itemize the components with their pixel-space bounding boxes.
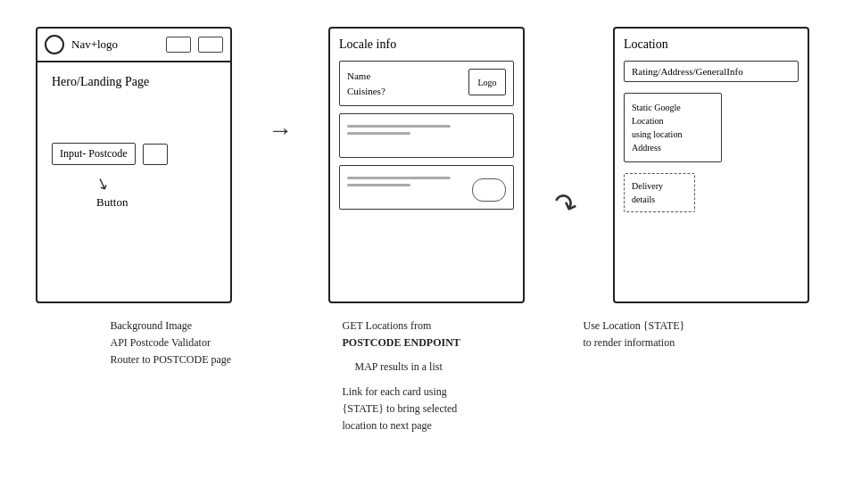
rating-box: Rating/Address/GeneralInfo: [624, 61, 799, 82]
locale-logo-label: Logo: [477, 78, 496, 87]
locale-name-text: Name Cuisines?: [347, 69, 461, 98]
canvas: Nav+logo Hero/Landing Page Input- Postco…: [0, 0, 845, 504]
note1-line2: API Postcode Validator: [111, 335, 325, 351]
navbar-logo-text: Nav+logo: [71, 37, 159, 52]
map-label: Static Google Location using location Ad…: [632, 103, 682, 153]
list-line-4: [347, 184, 410, 186]
note1-line3: Router to POSTCODE page: [111, 351, 325, 368]
wireframe-locale-page: Locale info Name Cuisines? Logo: [328, 27, 525, 303]
navbar-button-2[interactable]: [198, 37, 223, 53]
arrow-right-1: →: [268, 27, 293, 145]
navbar: Nav+logo: [37, 29, 230, 62]
postcode-submit-button[interactable]: [143, 144, 168, 165]
location-title: Location: [624, 37, 799, 52]
note2-line5: {STATE} to bring selected: [343, 401, 557, 417]
button-label: Button: [96, 195, 128, 210]
arrow-curved-2-icon: ↷: [548, 185, 582, 225]
locale-logo-box: Logo: [468, 69, 506, 95]
delivery-label: Delivery details: [632, 181, 663, 204]
locale-name-card: Name Cuisines? Logo: [339, 61, 514, 106]
postcode-row: Input- Postcode: [52, 143, 216, 165]
wireframe-landing-page: Nav+logo Hero/Landing Page Input- Postco…: [36, 27, 232, 303]
list-card-2[interactable]: [339, 165, 514, 210]
note3-line1: Use Location {STATE}: [584, 318, 735, 335]
delivery-box: Delivery details: [624, 173, 695, 212]
note1-line1: Background Image: [111, 318, 325, 335]
arrow-to-button-icon: ↙: [94, 172, 113, 195]
navbar-button-1[interactable]: [166, 37, 191, 53]
note-block-3: Use Location {STATE} to render informati…: [557, 318, 735, 434]
note2-line6: location to next page: [343, 417, 557, 434]
note-block-2: GET Locations from POSTCODE ENDPOINT MAP…: [325, 318, 557, 434]
map-box: Static Google Location using location Ad…: [624, 93, 722, 162]
postcode-input[interactable]: Input- Postcode: [52, 143, 136, 165]
arrow-right-1-icon: →: [268, 116, 293, 145]
navbar-logo-circle: [45, 35, 64, 54]
page1-body: Hero/Landing Page Input- Postcode ↙ Butt…: [37, 62, 230, 222]
note3-line2: to render information: [584, 335, 735, 351]
notes-row: Background Image API Postcode Validator …: [18, 318, 827, 434]
list-line-1: [347, 125, 451, 128]
wireframe-location-page: Location Rating/Address/GeneralInfo Stat…: [613, 27, 809, 303]
hero-title: Hero/Landing Page: [52, 75, 216, 89]
note2-line3: MAP results in a list: [343, 359, 557, 376]
note2-line2: POSTCODE ENDPOINT: [343, 335, 557, 351]
button-label-group: ↙ Button: [96, 174, 216, 210]
note2-line4: Link for each card using: [343, 384, 557, 401]
locale-name-cuisines: Name Cuisines?: [347, 70, 385, 96]
list-card-1[interactable]: [339, 113, 514, 158]
note2-line1: GET Locations from: [343, 318, 557, 335]
note-block-1: Background Image API Postcode Validator …: [111, 318, 325, 434]
wireframes-row: Nav+logo Hero/Landing Page Input- Postco…: [18, 18, 827, 303]
list-card-1-lines: [347, 121, 506, 135]
arrow-curved-2: ↷: [560, 27, 577, 221]
locale-title: Locale info: [339, 37, 514, 52]
list-card-image: [472, 178, 506, 202]
list-line-3: [347, 177, 451, 179]
list-line-2: [347, 132, 410, 135]
